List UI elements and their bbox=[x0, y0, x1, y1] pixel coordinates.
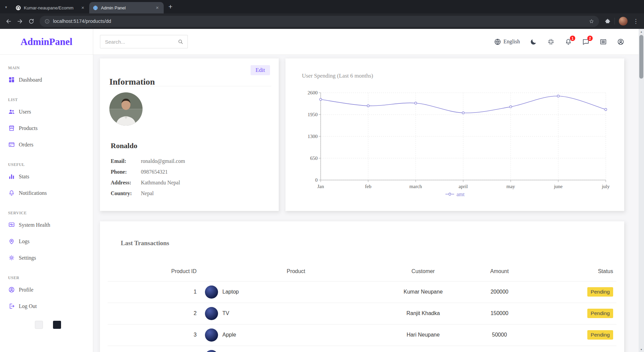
sidebar-item-label: Log Out bbox=[19, 303, 37, 309]
topbar-list-button[interactable] bbox=[599, 38, 607, 46]
browser-window: ▾ Kumar-neaupane/Ecomm × Admin Panel × +… bbox=[0, 0, 644, 352]
navbar-items: English12 bbox=[494, 38, 625, 46]
sidebar-item-products[interactable]: Products bbox=[8, 120, 93, 136]
legend-label: amt bbox=[457, 191, 465, 197]
topbar-moon-button[interactable] bbox=[530, 38, 537, 46]
sidebar-section-title: USER bbox=[8, 275, 93, 281]
sidebar-item-notifications[interactable]: Notifications bbox=[8, 185, 93, 201]
cell-status: Pending bbox=[545, 281, 616, 303]
theme-dark-option[interactable] bbox=[53, 321, 61, 329]
svg-text:june: june bbox=[553, 184, 562, 189]
tab-title: Admin Panel bbox=[101, 5, 152, 10]
topbar-fullscreen-exit-button[interactable] bbox=[547, 38, 555, 46]
sidebar-item-stats[interactable]: Stats bbox=[8, 168, 93, 185]
cell-product-id: 1 bbox=[108, 281, 199, 303]
new-tab-button[interactable]: + bbox=[164, 3, 177, 13]
sidebar-section-title: USEFUL bbox=[8, 162, 93, 168]
detail-label: Phone: bbox=[111, 169, 141, 175]
close-icon[interactable]: × bbox=[80, 5, 86, 11]
sidebar-item-settings[interactable]: Settings bbox=[8, 250, 93, 266]
svg-text:march: march bbox=[410, 184, 422, 189]
sidebar-item-users[interactable]: Users bbox=[8, 103, 93, 120]
table-header-row: Product IDProductCustomerAmountStatus bbox=[108, 262, 616, 281]
spending-chart-card: User Spending (Last 6 months) 0650130019… bbox=[285, 58, 624, 211]
status-badge: Pending bbox=[587, 330, 613, 340]
store-icon bbox=[8, 125, 15, 132]
bookmark-star-icon[interactable] bbox=[589, 18, 594, 24]
browser-profile-avatar[interactable] bbox=[619, 17, 628, 26]
topbar-globe-button[interactable]: English bbox=[494, 38, 520, 46]
url-text: localhost:5174/products/dd bbox=[53, 18, 586, 24]
sidebar: AdminPanel MAINDashboardLISTUsersProduct… bbox=[0, 29, 93, 352]
github-icon bbox=[15, 5, 21, 11]
cell-product-id: 3 bbox=[108, 324, 199, 346]
site-info-icon[interactable] bbox=[44, 18, 50, 24]
product-image bbox=[205, 307, 218, 320]
chart-legend[interactable]: amt bbox=[285, 191, 624, 197]
bell-icon bbox=[8, 189, 15, 196]
sidebar-item-log-out[interactable]: Log Out bbox=[8, 298, 93, 314]
svg-text:1300: 1300 bbox=[308, 134, 318, 139]
detail-label: Address: bbox=[111, 179, 141, 186]
table-row: 3AppleHari Neupane50000Pending bbox=[108, 324, 616, 346]
reload-button[interactable] bbox=[25, 15, 37, 27]
browser-menu-icon[interactable]: ⋮ bbox=[630, 18, 641, 25]
search-box[interactable] bbox=[100, 35, 188, 48]
sidebar-item-label: Dashboard bbox=[19, 77, 42, 83]
information-card: Edit Information Ronaldo Email:ronaldo@g… bbox=[100, 58, 279, 211]
forward-button[interactable] bbox=[14, 15, 25, 27]
top-navbar: English12 bbox=[93, 29, 639, 55]
url-bar[interactable]: localhost:5174/products/dd bbox=[40, 16, 599, 27]
edit-button[interactable]: Edit bbox=[251, 65, 270, 75]
scrollbar-thumb[interactable] bbox=[639, 35, 643, 79]
card-title: Information bbox=[109, 77, 155, 87]
cell-status bbox=[545, 346, 616, 352]
moon-icon bbox=[530, 38, 537, 46]
chart-icon bbox=[8, 173, 15, 180]
close-icon[interactable]: × bbox=[154, 5, 160, 11]
extensions-puzzle-icon[interactable] bbox=[602, 15, 613, 27]
cell-amount: 150000 bbox=[454, 303, 545, 324]
cell-amount bbox=[454, 346, 545, 352]
detail-value: 0987654321 bbox=[141, 169, 168, 175]
cell-customer: Hari Neupane bbox=[393, 324, 454, 346]
transactions-table: Product IDProductCustomerAmountStatus 1L… bbox=[108, 262, 616, 352]
gear-icon bbox=[8, 254, 15, 261]
sidebar-item-label: Profile bbox=[19, 287, 34, 293]
sidebar-item-label: Products bbox=[19, 125, 38, 131]
table-row: 2TVRanjit Khadka150000Pending bbox=[108, 303, 616, 324]
scroll-down-arrow-icon[interactable]: ▼ bbox=[639, 347, 644, 352]
tab-strip: ▾ Kumar-neaupane/Ecomm × Admin Panel × + bbox=[0, 0, 644, 13]
sidebar-item-label: System Health bbox=[19, 222, 50, 228]
tab-search-chevron-icon[interactable]: ▾ bbox=[0, 5, 12, 13]
cell-product: Laptop bbox=[199, 281, 392, 303]
tab-admin-panel[interactable]: Admin Panel × bbox=[89, 2, 164, 13]
sidebar-item-orders[interactable]: Orders bbox=[8, 136, 93, 153]
scroll-up-arrow-icon[interactable]: ▲ bbox=[639, 29, 644, 34]
tab-github-repo[interactable]: Kumar-neaupane/Ecomm × bbox=[12, 2, 89, 13]
logo-container: AdminPanel bbox=[0, 29, 93, 55]
sidebar-item-logs[interactable]: Logs bbox=[8, 233, 93, 250]
search-input[interactable] bbox=[104, 39, 173, 45]
detail-row: Country:Nepal bbox=[111, 190, 185, 201]
system-health-icon bbox=[8, 221, 15, 228]
topbar-account-circle-button[interactable] bbox=[617, 38, 625, 46]
topbar-chat-button[interactable]: 2 bbox=[582, 38, 590, 46]
sidebar-item-profile[interactable]: Profile bbox=[8, 281, 93, 298]
table-row: 1LaptopKumar Neupane200000Pending bbox=[108, 281, 616, 303]
logo[interactable]: AdminPanel bbox=[20, 36, 72, 47]
svg-text:feb: feb bbox=[365, 184, 371, 189]
svg-text:0: 0 bbox=[315, 177, 318, 183]
transactions-card: Last Transactions Product IDProductCusto… bbox=[100, 221, 624, 352]
sidebar-item-system-health[interactable]: System Health bbox=[8, 217, 93, 233]
cell-product bbox=[199, 346, 392, 352]
column-header: Customer bbox=[393, 262, 454, 281]
theme-light-option[interactable] bbox=[35, 321, 43, 329]
sidebar-item-dashboard[interactable]: Dashboard bbox=[8, 72, 93, 88]
list-icon bbox=[599, 38, 607, 46]
topbar-bell-button[interactable]: 1 bbox=[565, 38, 572, 46]
dashboard-icon bbox=[8, 76, 15, 83]
detail-label: Email: bbox=[111, 158, 141, 165]
back-button[interactable] bbox=[3, 15, 14, 27]
browser-scrollbar[interactable]: ▲ ▼ bbox=[639, 29, 644, 352]
